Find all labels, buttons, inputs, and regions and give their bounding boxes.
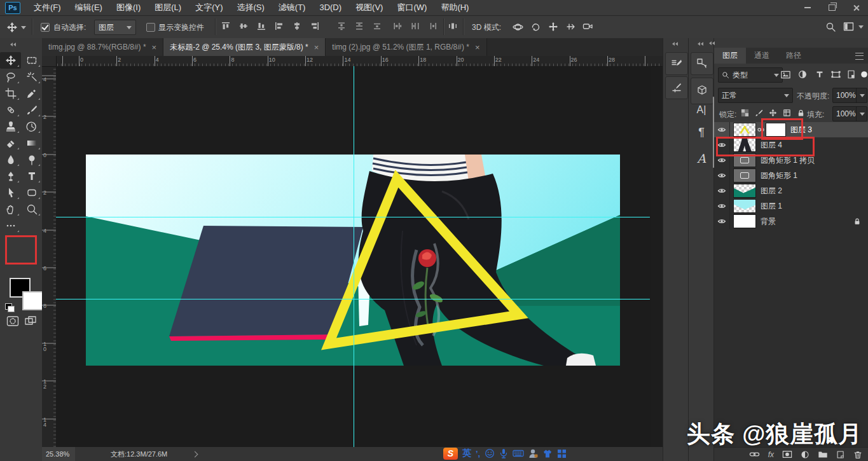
magic-wand-tool[interactable] [21, 69, 42, 85]
layer-thumbnail[interactable] [733, 214, 756, 228]
clone-stamp-tool[interactable] [0, 118, 21, 135]
lock-position-icon[interactable] [766, 106, 779, 119]
layer-row-layer1[interactable]: 图层 1 [714, 198, 868, 214]
background-color-swatch[interactable] [22, 291, 43, 310]
blend-mode-dropdown[interactable]: 正常 [718, 88, 793, 103]
visibility-toggle[interactable] [714, 183, 730, 198]
layer-name[interactable]: 图层 2 [761, 186, 782, 196]
align-bottom-button[interactable] [257, 22, 266, 31]
filter-adjustment-layers-icon[interactable] [796, 68, 809, 81]
align-horizontal-center-button[interactable] [293, 22, 301, 31]
filter-toggle-icon[interactable] [858, 68, 868, 81]
microphone-icon[interactable] [499, 448, 508, 458]
minimize-button[interactable] [796, 0, 820, 15]
type-tool[interactable] [21, 168, 42, 184]
move-tool[interactable] [0, 52, 21, 69]
eraser-tool[interactable] [0, 135, 21, 151]
vertical-ruler[interactable]: 4202468101214 [42, 66, 57, 447]
blur-tool[interactable] [0, 151, 21, 168]
align-left-button[interactable] [275, 22, 284, 31]
menu-image[interactable]: 图像(I) [109, 0, 148, 15]
gradient-tool[interactable] [21, 135, 42, 151]
glyphs-panel-button[interactable]: A [689, 151, 714, 165]
character-panel-button[interactable]: A| [689, 104, 714, 116]
menu-layer[interactable]: 图层(L) [148, 0, 188, 15]
lock-transparent-pixels-icon[interactable] [738, 106, 751, 119]
workspace-switcher-icon[interactable] [843, 22, 855, 32]
guide-horizontal[interactable] [56, 299, 650, 299]
path-selection-tool[interactable] [0, 184, 21, 201]
distribute-top-button[interactable] [337, 22, 346, 31]
layer-row-layer2[interactable]: 图层 2 [714, 183, 868, 198]
panel-menu-icon[interactable] [855, 53, 864, 60]
spot-healing-brush-tool[interactable] [0, 102, 21, 118]
3d-camera-icon[interactable] [582, 22, 593, 31]
menu-select[interactable]: 选择(S) [230, 0, 271, 15]
opacity-caret-button[interactable] [856, 88, 867, 103]
shape-tool[interactable] [21, 184, 42, 201]
align-top-button[interactable] [221, 22, 230, 31]
3d-orbit-icon[interactable] [513, 22, 523, 32]
panel-scrollbar[interactable] [713, 97, 714, 168]
3d-slide-icon[interactable] [566, 22, 576, 32]
distribute-left-button[interactable] [393, 22, 402, 31]
horizontal-ruler[interactable]: 0246810121416182022242628 [42, 56, 663, 67]
tool-presets-panel-button[interactable] [665, 76, 688, 99]
zoom-tool[interactable] [21, 201, 42, 217]
show-transform-checkbox[interactable] [146, 23, 155, 32]
new-group-button[interactable] [818, 450, 828, 458]
tab-paths[interactable]: 路径 [778, 48, 809, 64]
hand-tool[interactable] [0, 201, 21, 217]
tool-preset-caret-icon[interactable] [21, 26, 26, 29]
tab-channels[interactable]: 通道 [746, 48, 778, 64]
sogou-logo-icon[interactable]: S [443, 448, 458, 460]
visibility-toggle[interactable] [714, 122, 730, 137]
menu-view[interactable]: 视图(V) [348, 0, 390, 15]
pen-tool[interactable] [0, 168, 21, 184]
document-tab-1[interactable]: timg.jpg @ 88.7%(RGB/8#) * × [42, 38, 163, 56]
document-tab-2-active[interactable]: 未标题-2 @ 25.4% (图层 3, 图层蒙版/8) * × [163, 38, 326, 56]
lock-all-icon[interactable] [794, 106, 807, 119]
layer-name[interactable]: 背景 [761, 216, 776, 227]
ime-skin-icon[interactable] [542, 449, 553, 458]
eyedropper-tool[interactable] [21, 85, 42, 102]
filter-type-layers-icon[interactable] [813, 68, 826, 81]
menu-window[interactable]: 窗口(W) [390, 0, 434, 15]
ime-punctuation-toggle[interactable]: ’, [476, 449, 480, 458]
adjustment-layer-button[interactable] [801, 450, 809, 459]
guide-horizontal[interactable] [56, 217, 650, 217]
visibility-toggle[interactable] [714, 168, 730, 183]
3d-panel-button[interactable] [691, 78, 713, 104]
quick-mask-button[interactable] [6, 315, 19, 327]
layer-thumbnail[interactable] [733, 123, 756, 137]
crop-tool[interactable] [0, 85, 21, 102]
layer-row-background[interactable]: 背景 [714, 214, 868, 229]
shape-layer-thumbnail[interactable] [733, 169, 756, 182]
workspace-caret-icon[interactable] [858, 25, 864, 29]
zoom-level-field[interactable]: 25.38% [42, 447, 75, 461]
filter-pixel-layers-icon[interactable] [779, 68, 792, 81]
tab-close-icon[interactable]: × [475, 43, 480, 52]
expand-panels-icon[interactable] [672, 42, 680, 46]
distribute-bottom-button[interactable] [373, 22, 382, 31]
menu-type[interactable]: 文字(Y) [188, 0, 230, 15]
lock-image-pixels-icon[interactable] [752, 106, 765, 119]
screen-mode-button[interactable] [24, 315, 37, 327]
layer-row-rounded-rect[interactable]: 圆角矩形 1 [714, 168, 868, 183]
distribute-vertical-center-button[interactable] [355, 22, 364, 31]
expand-panels-icon[interactable] [698, 42, 705, 46]
menu-help[interactable]: 帮助(H) [434, 0, 476, 15]
menu-3d[interactable]: 3D(D) [312, 0, 348, 15]
new-layer-button[interactable] [836, 450, 845, 459]
align-vertical-center-button[interactable] [239, 22, 248, 31]
document-tab-3[interactable]: timg (2).jpg @ 51.2% (图层 1, RGB/8#) * × [326, 38, 486, 56]
edit-toolbar-button[interactable] [0, 217, 21, 234]
restore-button[interactable] [820, 0, 844, 15]
default-colors-icon[interactable] [5, 303, 12, 310]
layer-thumbnail[interactable] [733, 199, 756, 213]
visibility-toggle[interactable] [714, 198, 730, 214]
brush-tool[interactable] [21, 102, 42, 118]
link-layers-button[interactable] [749, 450, 760, 458]
emoji-icon[interactable] [485, 448, 495, 458]
collapse-tools-icon[interactable] [10, 43, 18, 47]
